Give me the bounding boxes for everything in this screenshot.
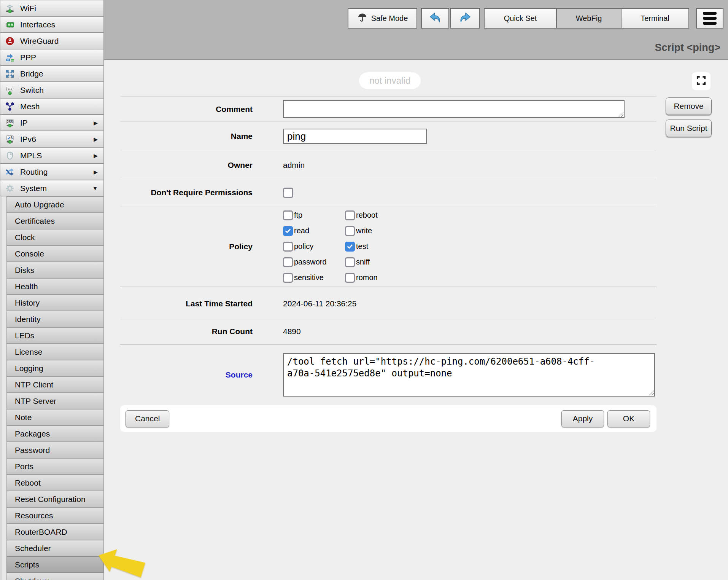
policy-checkbox-password[interactable] [283,257,293,267]
sidebar-item-label: Interfaces [20,20,55,29]
sidebar-item-shutdown[interactable]: Shutdown [6,573,104,580]
sidebar-item-ipv6[interactable]: 6IPv6▶ [0,131,104,147]
sidebar-item-label: Switch [20,86,44,95]
cancel-button[interactable]: Cancel [126,410,169,427]
fullscreen-button[interactable] [692,72,711,90]
tab-quick-set[interactable]: Quick Set [484,8,557,29]
sidebar-item-ppp[interactable]: PPP [0,49,104,65]
last-time-started-row: Last Time Started 2024-06-11 20:36:25 [120,289,656,318]
name-value: ping [287,131,306,142]
redo-button[interactable] [450,8,480,29]
sidebar-item-reset-configuration[interactable]: Reset Configuration [6,491,104,507]
sidebar-item-mesh[interactable]: Mesh [0,98,104,115]
sidebar-item-resources[interactable]: Resources [6,507,104,524]
comment-input[interactable] [283,100,625,118]
sidebar-item-ports[interactable]: Ports [6,458,104,475]
sidebar-item-label: Note [15,413,32,422]
sidebar-main-menu: WiFiInterfacesWireGuardPPPBridgeSwitchMe… [0,0,104,196]
policy-checkbox-reboot[interactable] [345,210,355,220]
sidebar-item-ntp-server[interactable]: NTP Server [6,393,104,409]
policy-checkbox-label: write [356,226,372,235]
sidebar-item-bridge[interactable]: Bridge [0,65,104,82]
mpls-icon [4,150,16,161]
policy-option-policy: policy [283,239,345,254]
policy-option-ftp: ftp [283,207,345,223]
sidebar: WiFiInterfacesWireGuardPPPBridgeSwitchMe… [0,0,104,580]
sidebar-item-label: RouterBOARD [15,527,67,537]
policy-checkbox-sniff[interactable] [345,257,355,267]
sidebar-item-auto-upgrade[interactable]: Auto Upgrade [6,196,104,213]
sidebar-item-certificates[interactable]: Certificates [6,213,104,229]
resize-handle-icon[interactable] [618,112,623,117]
policy-checkbox-romon[interactable] [345,273,355,283]
name-input[interactable]: ping [283,129,427,144]
policy-checkbox-label: test [356,242,368,251]
policy-option-write: write [345,223,378,239]
resize-handle-icon[interactable] [649,390,654,395]
sidebar-item-label: IP [20,118,28,127]
last-time-started-label: Last Time Started [120,299,253,308]
sidebar-item-wifi[interactable]: WiFi [0,0,104,16]
policy-checkbox-read[interactable] [283,226,293,236]
sidebar-item-history[interactable]: History [6,295,104,311]
sidebar-item-routing[interactable]: Routing▶ [0,164,104,180]
undo-button[interactable] [421,8,449,29]
sidebar-item-scheduler[interactable]: Scheduler [6,540,104,556]
sidebar-item-mpls[interactable]: MPLS▶ [0,147,104,164]
sidebar-item-label: Reset Configuration [15,495,86,504]
policy-checkbox-ftp[interactable] [283,210,293,220]
sidebar-item-identity[interactable]: Identity [6,311,104,327]
sidebar-item-scripts[interactable]: Scripts [6,556,104,573]
safe-mode-button[interactable]: Safe Mode [348,8,417,29]
policy-checkbox-test[interactable] [345,242,355,252]
policy-checkbox-label: romon [356,273,378,282]
section-divider [120,287,656,289]
sidebar-item-label: Routing [20,167,48,177]
run-script-button[interactable]: Run Script [666,120,712,137]
dont-require-permissions-checkbox[interactable] [283,188,293,198]
owner-label: Owner [120,161,253,170]
remove-button[interactable]: Remove [666,97,712,115]
policy-label: Policy [120,242,253,251]
policy-checkbox-label: policy [294,242,313,251]
script-form: Comment Name ping Owner admin Don't Requ… [120,96,656,432]
policy-option-sensitive: sensitive [283,270,345,285]
sidebar-item-health[interactable]: Health [6,278,104,295]
sidebar-item-label: Logging [15,364,43,373]
sidebar-item-leds[interactable]: LEDs [6,327,104,344]
policy-option-password: password [283,254,345,270]
sidebar-item-wireguard[interactable]: WireGuard [0,33,104,49]
sidebar-item-routerboard[interactable]: RouterBOARD [6,524,104,540]
sidebar-item-ntp-client[interactable]: NTP Client [6,376,104,393]
policy-checkbox-policy[interactable] [283,242,293,252]
tab-terminal[interactable]: Terminal [621,8,689,29]
policy-checkbox-label: password [294,258,327,266]
sidebar-item-ip[interactable]: 255IP▶ [0,115,104,131]
policy-checkbox-sensitive[interactable] [283,273,293,283]
sidebar-item-system[interactable]: System▼ [0,180,104,196]
sidebar-item-logging[interactable]: Logging [6,360,104,376]
policy-column-1: ftpreadpolicypasswordsensitive [283,207,345,285]
sidebar-item-disks[interactable]: Disks [6,262,104,278]
name-label: Name [120,132,253,141]
policy-checkbox-write[interactable] [345,226,355,236]
sidebar-item-reboot[interactable]: Reboot [6,475,104,491]
apply-button[interactable]: Apply [561,410,604,427]
sidebar-item-note[interactable]: Note [6,409,104,425]
last-time-started-value: 2024-06-11 20:36:25 [283,299,356,308]
sidebar-system-submenu: Auto UpgradeCertificatesClockConsoleDisk… [2,196,104,580]
hamburger-menu-button[interactable] [696,8,723,29]
source-input[interactable]: /tool fetch url="https://hc-ping.com/620… [283,353,655,397]
sidebar-item-license[interactable]: License [6,344,104,360]
comment-row: Comment [120,96,656,121]
ok-button[interactable]: OK [607,410,650,427]
sidebar-item-clock[interactable]: Clock [6,229,104,245]
sidebar-item-interfaces[interactable]: Interfaces [0,16,104,33]
sidebar-item-packages[interactable]: Packages [6,425,104,442]
sidebar-item-console[interactable]: Console [6,245,104,262]
sidebar-item-switch[interactable]: Switch [0,82,104,98]
top-toolbar: Safe Mode Quick Set WebFig Terminal [348,8,723,29]
tab-webfig[interactable]: WebFig [556,8,622,29]
sidebar-item-password[interactable]: Password [6,442,104,458]
sidebar-item-label: NTP Client [15,380,53,389]
